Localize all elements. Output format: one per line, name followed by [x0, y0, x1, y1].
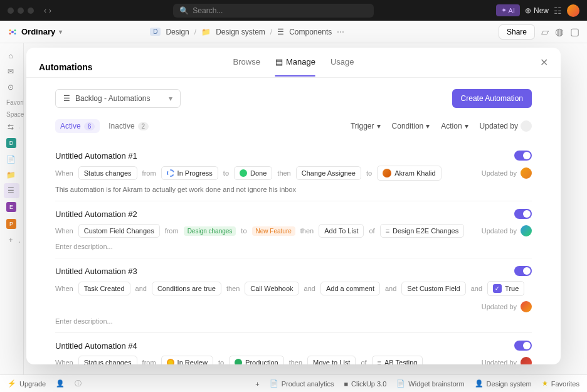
- sidebar-shared[interactable]: ⇆Shared: [4, 119, 19, 134]
- status-done-icon: [240, 169, 247, 177]
- filter-trigger[interactable]: Trigger▾: [351, 122, 381, 130]
- bell-icon[interactable]: ◍: [555, 26, 564, 38]
- sidebar-product[interactable]: PProduct: [4, 216, 19, 232]
- step-chip[interactable]: In Progress: [161, 166, 218, 180]
- automation-toggle[interactable]: [514, 209, 532, 219]
- create-automation-button[interactable]: Create Automation: [452, 89, 532, 108]
- status-inprogress-icon: [167, 169, 174, 177]
- automation-row[interactable]: Untitled Automation #4WhenStatus changes…: [55, 333, 532, 364]
- step-chip[interactable]: ✓True: [487, 281, 524, 296]
- breadcrumb-space[interactable]: Design: [166, 28, 189, 36]
- status-clickup[interactable]: ■ClickUp 3.0: [344, 380, 386, 388]
- tab-manage[interactable]: ▤Manage: [275, 57, 315, 77]
- updated-by-avatar[interactable]: [521, 225, 532, 236]
- upgrade-button[interactable]: ⚡Upgrade: [8, 379, 46, 388]
- sidebar-folder[interactable]: 📁: [4, 167, 19, 183]
- step-chip[interactable]: Status changes: [78, 356, 137, 364]
- status-product-analytics[interactable]: 📄Product analytics: [270, 379, 334, 388]
- automation-row[interactable]: Untitled Automation #3WhenTask Createdan…: [55, 258, 532, 333]
- chevron-down-icon: ▾: [377, 122, 381, 130]
- step-chip[interactable]: Custom Field Changes: [78, 224, 160, 238]
- updated-by-avatar[interactable]: [521, 167, 532, 179]
- automation-title: Untitled Automation #1: [55, 151, 137, 161]
- list-icon: ☰: [63, 94, 70, 103]
- new-button[interactable]: ⊕ New: [525, 6, 549, 15]
- step-chip[interactable]: Task Created: [78, 282, 130, 295]
- filter-action[interactable]: Action▾: [441, 122, 468, 130]
- tab-browse[interactable]: Browse: [233, 57, 260, 77]
- space-badge[interactable]: D: [150, 28, 161, 36]
- step-chip[interactable]: Production: [229, 356, 284, 364]
- step-chip[interactable]: Call Webhook: [245, 282, 299, 295]
- step-chip[interactable]: Done: [234, 166, 272, 180]
- cart-icon[interactable]: ▱: [541, 26, 549, 38]
- step-chip[interactable]: ≡Design E2E Changes: [380, 224, 465, 238]
- filter-inactive[interactable]: Inactive 2: [108, 122, 149, 130]
- sidebar-add[interactable]: +Add: [4, 233, 19, 248]
- automation-toggle[interactable]: [514, 266, 532, 276]
- step-chip[interactable]: Add To List: [319, 224, 364, 238]
- sidebar-more[interactable]: ⊙More: [4, 80, 19, 95]
- sidebar-design[interactable]: DDesign: [4, 135, 19, 151]
- step-tag[interactable]: Design changes: [184, 226, 236, 236]
- sidebar-doc[interactable]: 📄: [4, 152, 19, 167]
- global-search[interactable]: 🔍 Search...: [173, 4, 374, 18]
- filter-updated-by[interactable]: Updated by: [480, 120, 532, 132]
- step-chip[interactable]: Change Assignee: [296, 166, 361, 180]
- breadcrumb-list[interactable]: Components: [289, 28, 332, 36]
- breadcrumb-folder[interactable]: Design system: [216, 28, 265, 36]
- step-chip[interactable]: Add a comment: [320, 282, 380, 295]
- status-design-system[interactable]: 👤Design system: [475, 379, 532, 388]
- favorites-heading: Favorites: [4, 95, 19, 107]
- step-chip[interactable]: ≡AB Testing: [372, 356, 423, 364]
- minimize-window[interactable]: [18, 8, 24, 14]
- current-user-avatar[interactable]: [567, 4, 579, 17]
- automation-description[interactable]: Enter description...: [55, 243, 532, 250]
- step-chip[interactable]: Set Custom Field: [401, 282, 465, 295]
- automation-row[interactable]: Untitled Automation #2WhenCustom Field C…: [55, 201, 532, 258]
- sidebar-inbox[interactable]: ✉Inbox: [4, 64, 19, 79]
- updated-by-avatar[interactable]: [521, 301, 532, 312]
- forward-button[interactable]: ›: [49, 6, 51, 15]
- sidebar-home[interactable]: ⌂Home: [4, 48, 19, 63]
- list-selector[interactable]: ☰ Backlog - Automations ▾: [55, 89, 181, 108]
- step-chip[interactable]: In Review: [161, 356, 213, 364]
- automation-row[interactable]: Untitled Automation #1WhenStatus changes…: [55, 143, 532, 201]
- help-icon[interactable]: ⓘ: [75, 379, 82, 388]
- step-chip[interactable]: Status changes: [78, 166, 137, 180]
- more-icon[interactable]: ⋯: [337, 28, 344, 36]
- share-button[interactable]: Share: [499, 24, 535, 40]
- automation-toggle[interactable]: [514, 341, 532, 351]
- space-badge-p: P: [6, 219, 16, 229]
- step-connector: of: [369, 227, 374, 235]
- updated-by-avatar[interactable]: [521, 357, 532, 364]
- filter-condition[interactable]: Condition▾: [392, 122, 430, 130]
- filter-active[interactable]: Active 6: [55, 119, 100, 133]
- step-chip[interactable]: Move to List: [307, 356, 356, 364]
- step-tag[interactable]: New Feature: [252, 226, 295, 236]
- maximize-window[interactable]: [28, 8, 34, 14]
- sidebar-list-active[interactable]: ☰: [4, 183, 19, 198]
- step-chip[interactable]: Akram Khalid: [377, 166, 441, 181]
- person-icon[interactable]: 👤: [56, 379, 65, 388]
- automation-description[interactable]: Enter description...: [55, 317, 532, 325]
- list-icon: ≡: [386, 227, 389, 235]
- status-favorites[interactable]: ★Favorites: [542, 379, 579, 388]
- close-button[interactable]: ✕: [540, 56, 548, 77]
- back-button[interactable]: ‹: [44, 6, 46, 15]
- close-window[interactable]: [8, 8, 14, 14]
- plus-icon[interactable]: +: [255, 380, 259, 388]
- sidebar-everything[interactable]: EEverything: [4, 199, 19, 215]
- manage-icon: ▤: [275, 57, 283, 66]
- workspace-switcher[interactable]: Ordinary ▾: [8, 27, 62, 37]
- automation-toggle[interactable]: [514, 151, 532, 161]
- expand-icon[interactable]: ▢: [570, 26, 579, 38]
- automation-title: Untitled Automation #4: [55, 341, 137, 351]
- apps-grid-icon[interactable]: ☷: [554, 6, 562, 16]
- step-chip[interactable]: Conditions are true: [152, 282, 221, 295]
- automation-description[interactable]: This automation is for Akram to actually…: [55, 186, 532, 193]
- ai-button[interactable]: ✦ AI: [496, 4, 520, 16]
- nav-arrows: ‹ ›: [44, 6, 51, 15]
- status-widget[interactable]: 📄Widget brainstorm: [396, 379, 464, 388]
- tab-usage[interactable]: Usage: [331, 57, 354, 77]
